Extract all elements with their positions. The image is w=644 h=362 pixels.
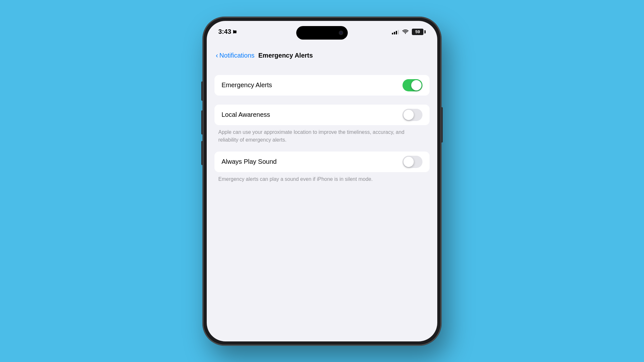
page-title: Emergency Alerts (258, 52, 313, 59)
emergency-alerts-row: Emergency Alerts (214, 75, 430, 96)
section-gap-1 (214, 98, 430, 105)
local-awareness-label: Local Awareness (222, 111, 270, 118)
back-button[interactable]: ‹ Notifications (216, 51, 254, 60)
battery-icon: 59 (412, 29, 426, 35)
status-time: 3:43 (218, 28, 237, 35)
signal-bar-3 (396, 31, 397, 34)
signal-icon (392, 29, 399, 34)
camera-dot (339, 31, 343, 35)
signal-bar-4 (398, 30, 399, 34)
local-awareness-description: Apple can use your approximate location … (214, 125, 430, 149)
wifi-icon (402, 29, 409, 34)
back-label[interactable]: Notifications (219, 52, 254, 59)
status-icons: 59 (392, 29, 426, 35)
battery-level: 59 (412, 29, 423, 35)
local-awareness-row: Local Awareness (214, 105, 430, 125)
emergency-alerts-label: Emergency Alerts (222, 81, 272, 89)
always-play-sound-group: Always Play Sound Emergency alerts can p… (214, 152, 430, 188)
always-play-sound-knob (403, 157, 414, 167)
local-awareness-group: Local Awareness Apple can use your appro… (214, 105, 430, 149)
local-awareness-knob (403, 110, 414, 120)
power-button[interactable] (441, 107, 443, 143)
signal-bar-1 (392, 33, 393, 34)
dynamic-island (296, 26, 348, 40)
settings-content: Emergency Alerts Local Awareness Apple c… (207, 69, 437, 341)
battery-tip (424, 30, 426, 33)
phone-frame: 3:43 (203, 17, 441, 345)
local-awareness-toggle[interactable] (402, 109, 422, 121)
nav-header: ‹ Notifications Emergency Alerts (207, 43, 437, 69)
back-chevron-icon: ‹ (216, 51, 218, 60)
emergency-alerts-toggle[interactable] (402, 79, 422, 91)
signal-bar-2 (394, 32, 395, 34)
time-label: 3:43 (218, 28, 231, 35)
always-play-sound-description: Emergency alerts can play a sound even i… (214, 172, 430, 188)
emergency-alerts-knob (411, 80, 421, 90)
always-play-sound-label: Always Play Sound (222, 158, 277, 165)
phone-screen: 3:43 (207, 21, 437, 341)
volume-up-button[interactable] (201, 110, 203, 135)
location-icon (233, 30, 237, 34)
volume-down-button[interactable] (201, 141, 203, 165)
always-play-sound-row: Always Play Sound (214, 152, 430, 172)
emergency-alerts-group: Emergency Alerts (214, 75, 430, 96)
always-play-sound-toggle[interactable] (402, 156, 422, 168)
